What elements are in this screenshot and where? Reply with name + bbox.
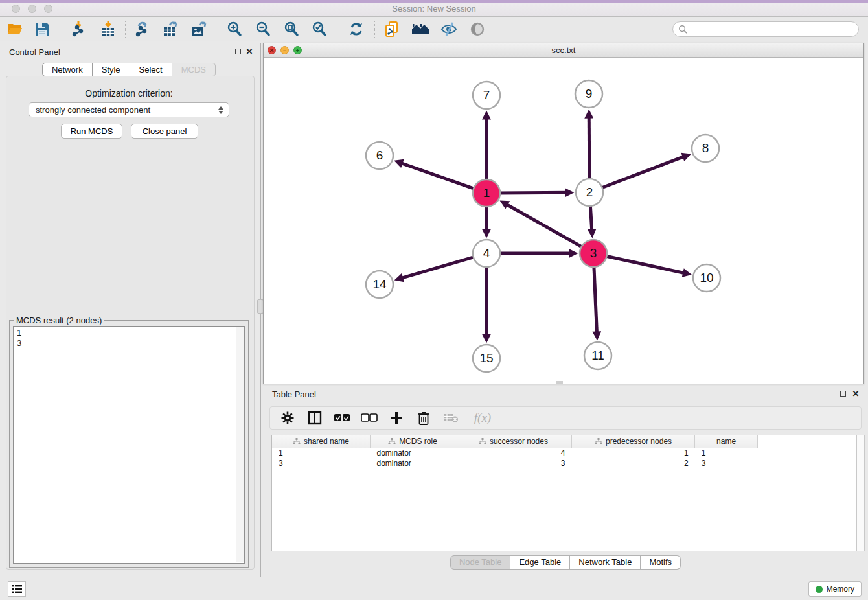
home-button[interactable] (411, 20, 430, 38)
table-panel-close-button[interactable]: ✕ (851, 389, 860, 398)
delete-column-button[interactable] (415, 410, 432, 426)
search-input[interactable] (688, 25, 858, 34)
search-icon (678, 25, 688, 34)
mcds-result-textarea[interactable]: 1 3 (13, 326, 245, 564)
run-mcds-button[interactable]: Run MCDS (61, 124, 122, 139)
tab-edge-table[interactable]: Edge Table (510, 555, 570, 570)
zoom-in-button[interactable] (225, 20, 244, 38)
export-table-button[interactable] (161, 20, 180, 38)
tab-style[interactable]: Style (93, 63, 130, 76)
graph-edge-1-6[interactable] (399, 163, 475, 189)
columns-icon (308, 411, 322, 425)
save-icon (34, 21, 50, 37)
zoom-out-button[interactable] (253, 20, 273, 38)
cell-name[interactable]: 3 (695, 458, 758, 468)
zoom-fit-icon (283, 21, 300, 38)
graph-edge-3-11[interactable] (594, 266, 597, 335)
node-table[interactable]: shared name MCDS role successor nodes pr… (271, 435, 860, 551)
import-network-button[interactable] (69, 20, 88, 38)
create-column-button[interactable] (388, 410, 405, 426)
zoom-in-icon (226, 21, 243, 38)
fx-icon: f(x) (474, 411, 491, 425)
tab-motifs[interactable]: Motifs (641, 555, 681, 570)
column-header-name[interactable]: name (695, 435, 758, 448)
table-row[interactable]: 1 dominator 4 1 1 (272, 448, 758, 458)
table-panel: Table Panel ✕ (263, 386, 868, 575)
tab-network-table[interactable]: Network Table (570, 555, 641, 570)
graph-node-label-14: 14 (372, 277, 387, 291)
select-all-button[interactable] (334, 410, 350, 426)
column-header-mcds-role[interactable]: MCDS role (370, 435, 455, 448)
tab-network[interactable]: Network (42, 63, 93, 76)
gear-icon (281, 411, 294, 424)
show-graphics-details-button[interactable] (468, 20, 487, 38)
graph-edge-4-14[interactable] (400, 257, 475, 279)
control-panel-close-button[interactable]: ✕ (245, 47, 254, 56)
refresh-view-button[interactable] (347, 20, 366, 38)
save-session-button[interactable] (32, 20, 52, 38)
control-panel-float-button[interactable] (233, 47, 242, 56)
graph-edge-2-3[interactable] (590, 205, 592, 233)
export-image-button[interactable] (189, 20, 209, 38)
graph-node-label-15: 15 (479, 351, 493, 365)
tab-select[interactable]: Select (130, 63, 172, 76)
unchecked-boxes-icon (361, 413, 378, 422)
network-window-titlebar[interactable]: ✕ − + scc.txt (264, 43, 863, 58)
attribute-icon (595, 438, 602, 445)
column-header-predecessor-nodes[interactable]: predecessor nodes (571, 435, 694, 448)
result-scrollbar[interactable] (236, 327, 244, 562)
zoom-selected-icon (311, 21, 328, 38)
column-header-shared-name[interactable]: shared name (272, 435, 370, 448)
cell-mcds-role[interactable]: dominator (370, 448, 455, 458)
table-scrollbar[interactable] (856, 435, 865, 551)
network-canvas[interactable]: 7968124314101511 (264, 58, 863, 384)
table-settings-button[interactable] (279, 410, 296, 426)
network-graph[interactable]: 7968124314101511 (264, 58, 863, 384)
cell-predecessor-nodes[interactable]: 2 (571, 458, 694, 468)
graph-edge-1-2[interactable] (499, 192, 569, 193)
cell-shared-name[interactable]: 1 (272, 448, 370, 458)
deselect-all-button[interactable] (361, 410, 378, 426)
cell-successor-nodes[interactable]: 3 (455, 458, 571, 468)
delete-table-button[interactable] (442, 410, 459, 426)
close-panel-button[interactable]: Close panel (131, 124, 198, 139)
open-session-button[interactable] (5, 20, 25, 38)
table-row[interactable]: 3 dominator 3 2 3 (272, 458, 758, 468)
optimization-criterion-select[interactable]: strongly connected component (29, 102, 229, 117)
application-window: { "titlebar": { "title": "Session: New S… (0, 0, 868, 600)
export-network-button[interactable] (132, 20, 152, 38)
function-builder-button[interactable]: f(x) (470, 410, 496, 426)
column-chooser-button[interactable] (306, 410, 323, 426)
graph-edge-2-8[interactable] (601, 156, 686, 188)
cell-predecessor-nodes[interactable]: 1 (571, 448, 694, 458)
toolbar-separator (125, 21, 126, 38)
cell-mcds-role[interactable]: dominator (370, 458, 455, 468)
graph-node-label-7: 7 (483, 88, 490, 102)
tab-node-table[interactable]: Node Table (450, 555, 511, 570)
attribute-icon (293, 438, 301, 445)
zoom-fit-button[interactable] (282, 20, 301, 38)
clone-network-button[interactable] (382, 20, 402, 38)
toolbar-separator (62, 21, 62, 38)
graph-edge-3-10[interactable] (606, 256, 687, 273)
graph-node-label-4: 4 (483, 246, 490, 260)
hide-graphics-button[interactable] (439, 20, 459, 38)
task-history-button[interactable] (8, 581, 26, 597)
import-table-button[interactable] (98, 20, 118, 38)
column-header-successor-nodes[interactable]: successor nodes (455, 435, 571, 448)
cell-name[interactable]: 1 (695, 448, 758, 458)
canvas-grip-handle[interactable] (556, 381, 563, 384)
tab-mcds[interactable]: MCDS (172, 63, 216, 76)
zoom-selected-button[interactable] (310, 20, 329, 38)
float-icon (840, 391, 846, 397)
export-image-icon (190, 21, 207, 38)
graph-edge-2-9[interactable] (589, 115, 589, 180)
app-title-bar: Session: New Session (0, 0, 868, 17)
cell-successor-nodes[interactable]: 4 (455, 448, 571, 458)
control-panel-tabs: Network Style Select MCDS (0, 63, 258, 76)
optimization-criterion-label: Optimization criterion: (0, 88, 258, 98)
table-panel-float-button[interactable] (838, 389, 847, 398)
graph-edge-3-1[interactable] (505, 203, 583, 248)
memory-button[interactable]: Memory (808, 581, 862, 597)
cell-shared-name[interactable]: 3 (272, 458, 370, 468)
